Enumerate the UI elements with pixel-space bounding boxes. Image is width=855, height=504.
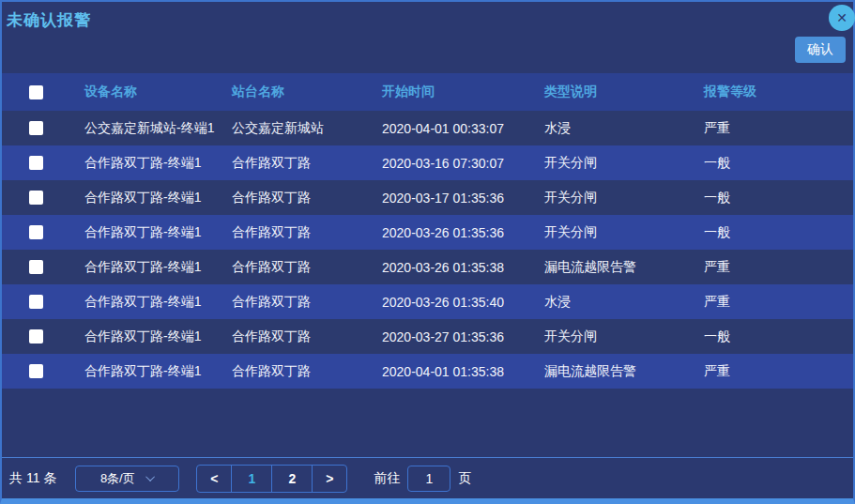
unconfirmed-alarms-dialog: 未确认报警 ✕ 确认 设备名称 站台名称 开始时间 类型说明 报警等级 公交嘉定…: [0, 0, 855, 504]
total-count-label: 共 11 条: [9, 470, 56, 487]
row-checkbox-cell: [2, 260, 83, 274]
chevron-down-icon: [145, 472, 155, 481]
alarm-type-cell: 开关分闸: [542, 328, 702, 345]
goto-page-input[interactable]: [407, 466, 450, 492]
alarm-type-cell: 水浸: [542, 294, 702, 311]
alarm-level-cell: 严重: [702, 259, 853, 276]
row-checkbox[interactable]: [29, 329, 43, 344]
start-time-cell: 2020-04-01 00:33:07: [380, 121, 542, 136]
alarm-type-cell: 开关分闸: [542, 190, 702, 206]
page-size-value: 8条/页: [100, 470, 135, 487]
goto-label: 前往: [374, 470, 400, 487]
device-name-cell: 合作路双丁路-终端1: [83, 328, 230, 345]
alarm-type-cell: 开关分闸: [542, 224, 702, 241]
page-button-2[interactable]: 2: [271, 465, 313, 493]
device-name-cell: 合作路双丁路-终端1: [83, 363, 230, 380]
prev-page-button[interactable]: <: [196, 465, 232, 493]
pagination-bar: 共 11 条 8条/页 <12> 前往 页: [2, 457, 853, 498]
row-checkbox[interactable]: [29, 225, 43, 239]
dialog-titlebar: 未确认报警 ✕ 确认: [2, 2, 853, 73]
row-checkbox[interactable]: [29, 364, 43, 378]
alarm-level-cell: 一般: [702, 155, 853, 172]
table-row: 合作路双丁路-终端1合作路双丁路2020-03-16 07:30:07开关分闸一…: [2, 145, 853, 180]
row-checkbox-cell: [2, 191, 83, 205]
column-header-device: 设备名称: [83, 84, 230, 100]
confirm-button[interactable]: 确认: [795, 37, 846, 63]
start-time-cell: 2020-03-27 01:35:36: [380, 329, 542, 344]
device-name-cell: 合作路双丁路-终端1: [83, 155, 230, 172]
row-checkbox[interactable]: [29, 191, 43, 205]
device-name-cell: 公交嘉定新城站-终端1: [83, 120, 230, 137]
station-name-cell: 合作路双丁路: [230, 224, 380, 241]
station-name-cell: 合作路双丁路: [230, 294, 380, 311]
table-row: 合作路双丁路-终端1合作路双丁路2020-03-26 01:35:38漏电流越限…: [2, 250, 853, 284]
select-all-checkbox[interactable]: [29, 85, 43, 99]
table-empty-space: [2, 389, 853, 457]
device-name-cell: 合作路双丁路-终端1: [83, 190, 230, 206]
alarm-type-cell: 漏电流越限告警: [542, 259, 702, 276]
column-header-start-time: 开始时间: [380, 84, 542, 100]
row-checkbox[interactable]: [29, 156, 43, 170]
device-name-cell: 合作路双丁路-终端1: [83, 224, 230, 241]
row-checkbox[interactable]: [29, 260, 43, 274]
row-checkbox-cell: [2, 329, 83, 344]
table-row: 合作路双丁路-终端1合作路双丁路2020-03-26 01:35:36开关分闸一…: [2, 215, 853, 250]
page-size-select[interactable]: 8条/页: [75, 466, 179, 492]
station-name-cell: 合作路双丁路: [230, 259, 380, 276]
start-time-cell: 2020-04-01 01:35:38: [380, 364, 542, 379]
row-checkbox[interactable]: [29, 121, 43, 135]
row-checkbox-cell: [2, 364, 83, 378]
row-checkbox[interactable]: [29, 295, 43, 309]
start-time-cell: 2020-03-16 07:30:07: [380, 156, 542, 171]
start-time-cell: 2020-03-26 01:35:38: [380, 260, 542, 275]
device-name-cell: 合作路双丁路-终端1: [83, 294, 230, 311]
row-checkbox-cell: [2, 121, 83, 135]
station-name-cell: 公交嘉定新城站: [230, 120, 380, 137]
alarm-type-cell: 水浸: [542, 120, 702, 137]
goto-suffix-label: 页: [458, 470, 471, 487]
table-row: 公交嘉定新城站-终端1公交嘉定新城站2020-04-01 00:33:07水浸严…: [2, 111, 853, 145]
alarm-level-cell: 严重: [702, 120, 853, 137]
row-checkbox-cell: [2, 295, 83, 309]
alarm-level-cell: 一般: [702, 224, 853, 241]
pager: <12>: [196, 465, 347, 493]
select-all-cell: [2, 85, 83, 99]
close-button[interactable]: ✕: [829, 5, 855, 31]
station-name-cell: 合作路双丁路: [230, 155, 380, 172]
alarm-level-cell: 严重: [702, 294, 853, 311]
table-body: 公交嘉定新城站-终端1公交嘉定新城站2020-04-01 00:33:07水浸严…: [2, 111, 853, 389]
device-name-cell: 合作路双丁路-终端1: [83, 259, 230, 276]
alarm-level-cell: 一般: [702, 328, 853, 345]
alarm-level-cell: 一般: [702, 190, 853, 206]
alarm-type-cell: 漏电流越限告警: [542, 363, 702, 380]
table-row: 合作路双丁路-终端1合作路双丁路2020-03-26 01:35:40水浸严重: [2, 284, 853, 319]
table-row: 合作路双丁路-终端1合作路双丁路2020-04-01 01:35:38漏电流越限…: [2, 354, 853, 389]
row-checkbox-cell: [2, 225, 83, 239]
station-name-cell: 合作路双丁路: [230, 190, 380, 206]
column-header-level: 报警等级: [702, 84, 853, 100]
column-header-station: 站台名称: [230, 84, 380, 100]
close-icon: ✕: [836, 11, 847, 24]
station-name-cell: 合作路双丁路: [230, 328, 380, 345]
dialog-title: 未确认报警: [7, 9, 91, 31]
alarm-level-cell: 严重: [702, 363, 853, 380]
start-time-cell: 2020-03-26 01:35:36: [380, 225, 542, 240]
table-header-row: 设备名称 站台名称 开始时间 类型说明 报警等级: [2, 73, 853, 111]
start-time-cell: 2020-03-17 01:35:36: [380, 191, 542, 206]
table-row: 合作路双丁路-终端1合作路双丁路2020-03-17 01:35:36开关分闸一…: [2, 180, 853, 215]
column-header-type: 类型说明: [542, 84, 702, 100]
next-page-button[interactable]: >: [312, 465, 347, 493]
start-time-cell: 2020-03-26 01:35:40: [380, 295, 542, 310]
alarm-type-cell: 开关分闸: [542, 155, 702, 172]
row-checkbox-cell: [2, 156, 83, 170]
station-name-cell: 合作路双丁路: [230, 363, 380, 380]
page-button-1[interactable]: 1: [231, 465, 272, 493]
table-row: 合作路双丁路-终端1合作路双丁路2020-03-27 01:35:36开关分闸一…: [2, 319, 853, 354]
